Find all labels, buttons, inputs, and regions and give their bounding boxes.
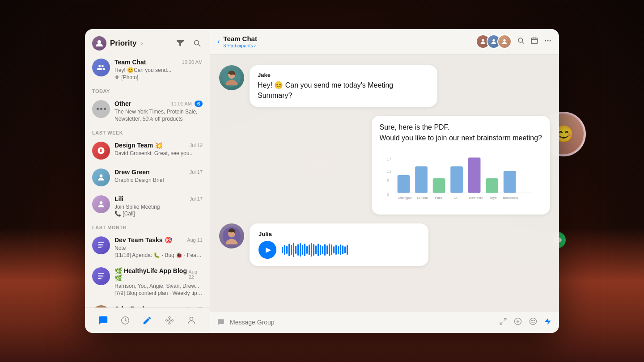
wave-bar [284,245,285,255]
conv-avatar-dev-tasks [92,236,110,254]
design-team-icon [97,147,105,155]
svg-rect-45 [450,166,463,193]
svg-point-4 [100,201,103,204]
nav-clock-button[interactable] [117,312,133,328]
chat-header-right [476,34,552,49]
svg-rect-46 [468,157,480,193]
svg-rect-9 [98,273,104,274]
wave-bar [326,245,328,254]
bar-chart: 17 11 6 0 [385,154,535,203]
conv-item-healthylife[interactable]: 🌿 HealthyLife App Blog 🌿 Aug 22 Harrison… [85,263,210,301]
chat-calendar-button[interactable] [530,37,538,46]
nav-compose-button[interactable] [139,312,155,328]
chat-search-button[interactable] [517,37,525,46]
conv-avatar-team-chat [92,59,110,76]
wave-bar [297,244,299,256]
conv-item-lili[interactable]: Lili Jul 17 Join Spike Meeting 📞 [Call] [85,191,210,222]
svg-rect-6 [98,244,103,245]
conv-avatar-healthylife [92,267,110,285]
svg-line-58 [504,318,506,320]
conv-item-dev-tasks[interactable]: Dev Team Tasks 🎯 Aug 11 Note [11/18] Age… [85,232,210,263]
conv-item-other[interactable]: Other 11:01 AM 6 The New York Times, Pro… [85,96,210,126]
nav-contacts-button[interactable] [183,312,199,328]
conv-name-healthylife: 🌿 HealthyLife App Blog 🌿 [114,267,188,282]
sidebar-user-avatar[interactable] [92,36,106,51]
wave-bar [311,243,312,257]
lightning-button[interactable] [544,317,552,328]
message-input[interactable] [230,316,494,328]
p2-avatar-icon [490,38,497,45]
conv-content-other: Other 11:01 AM 6 The New York Times, Pro… [114,100,203,122]
chat-title: Team Chat [223,35,257,42]
three-dots-icon [97,108,106,110]
participants-chevron: › [254,42,256,49]
healthylife-icon [97,272,105,280]
search-icon [194,40,201,47]
conv-item-jake-ford[interactable]: Jake Ford Aug 28 👁 🙌 [85,301,210,307]
conv-preview1-healthylife: Harrison, You, Angie, Sivan, Drew... [114,282,203,290]
conv-header-design-team: Design Team 💥 Jul 12 [114,142,203,149]
conv-preview1-team-chat: Hey! 😊Can you send... [114,67,203,74]
p1-avatar-icon [479,38,487,45]
filter-button[interactable] [175,38,186,49]
svg-point-22 [482,39,484,42]
expand-input-button[interactable] [499,317,507,328]
nav-apps-button[interactable] [161,312,178,328]
svg-text:Barcelona: Barcelona [503,196,518,200]
svg-rect-44 [432,178,445,193]
app-layout: Priority › [85,29,559,333]
wave-bar [331,244,332,255]
search-button[interactable] [192,38,203,49]
conv-header-other: Other 11:01 AM 6 [114,100,203,107]
wave-bar [318,244,319,256]
conv-time-lili: Jul 17 [190,196,203,202]
svg-point-32 [547,40,549,42]
svg-text:11: 11 [386,169,391,173]
conv-item-design-team[interactable]: Design Team 💥 Jul 12 David Grosenki: Gre… [85,137,210,164]
add-attachment-button[interactable] [513,317,522,328]
wave-bar [313,244,314,256]
play-voice-button[interactable]: ▶ [258,241,276,259]
conv-name-drew-green: Drew Green [114,168,150,176]
conv-name-jake-ford: Jake Ford [114,305,144,307]
wave-bar [304,244,305,256]
main-chat-panel: ‹ Team Chat 3 Participants › [210,29,559,333]
conv-badge-other: 6 [195,101,203,107]
compose-nav-icon [142,316,152,325]
participant-avatars [476,34,512,49]
jake-avatar [219,65,244,90]
wave-bar [333,246,335,253]
svg-point-16 [169,320,170,321]
svg-rect-10 [98,275,103,276]
conv-header-lili: Lili Jul 17 [114,195,203,202]
emoji-button[interactable] [529,317,538,328]
wave-bar [320,245,321,255]
svg-rect-7 [98,246,103,247]
svg-point-3 [100,174,103,177]
chat-more-button[interactable] [544,37,552,46]
voice-waveform [282,242,348,258]
conv-header-healthylife: 🌿 HealthyLife App Blog 🌿 Aug 22 [114,267,203,282]
wave-bar [300,243,301,257]
add-icon [513,317,522,326]
contacts-nav-icon [186,316,196,325]
wave-bar [315,245,317,254]
team-chat-icon [97,63,106,72]
conv-item-drew-green[interactable]: Drew Green Jul 17 Graphic Design Brief [85,164,210,191]
conv-content-lili: Lili Jul 17 Join Spike Meeting 📞 [Call] [114,195,203,217]
clock-nav-icon [120,316,130,325]
svg-point-65 [534,320,535,321]
svg-point-21 [190,317,193,320]
conv-header-dev-tasks: Dev Team Tasks 🎯 Aug 11 [114,236,203,244]
nav-chat-button[interactable] [95,312,111,328]
voice-message-bubble: Julia ▶ [250,223,428,266]
section-last-week: LAST WEEK [85,126,210,137]
jake-sender-name: Jake [258,72,429,78]
svg-text:Tokyo: Tokyo [488,196,496,200]
conv-content-jake-ford: Jake Ford Aug 28 👁 🙌 [114,305,203,307]
conv-item-team-chat[interactable]: Team Chat 10:20 AM Hey! 😊Can you send...… [85,54,210,85]
message-row-julia: Julia ▶ [219,223,550,266]
back-button[interactable]: ‹ [217,38,220,46]
chart-container: 17 11 6 0 [380,148,541,208]
svg-text:17: 17 [386,157,391,161]
